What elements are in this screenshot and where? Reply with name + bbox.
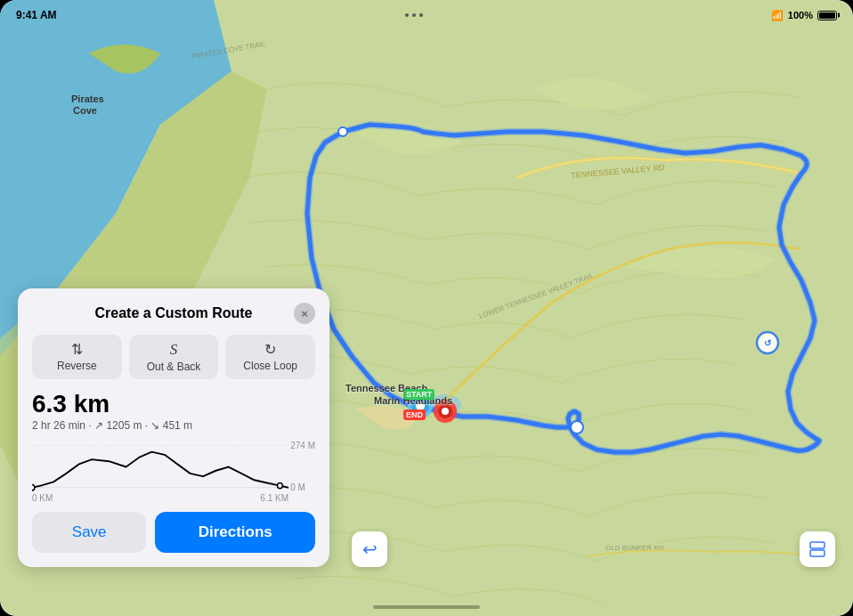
status-bar: 9:41 AM 📶 100% xyxy=(0,0,853,25)
out-back-icon: S xyxy=(170,341,178,359)
ascent: ↗ 1205 m xyxy=(94,419,142,432)
svg-point-12 xyxy=(571,421,583,434)
dot3 xyxy=(419,13,423,17)
elevation-labels: 274 M 0 M xyxy=(290,441,315,503)
dot2 xyxy=(412,13,416,17)
action-buttons: Save Directions xyxy=(32,512,315,553)
svg-rect-23 xyxy=(810,550,825,556)
distance-labels: 0 KM 6.1 KM xyxy=(32,493,288,503)
device-frame: TENNESSEE VALLEY RD LOWER TENNESSEE VALL… xyxy=(0,0,853,616)
chart-area xyxy=(32,441,288,492)
battery-percent: 100% xyxy=(788,10,813,20)
close-loop-icon: ↻ xyxy=(264,341,276,358)
duration: 2 hr 26 min xyxy=(32,419,85,432)
svg-point-11 xyxy=(442,408,449,415)
battery-fill xyxy=(819,12,835,19)
elevation-chart: 274 M 0 M 0 KM 6.1 KM xyxy=(32,441,315,503)
close-loop-option[interactable]: ↻ Close Loop xyxy=(225,335,315,379)
out-back-label: Out & Back xyxy=(147,361,201,373)
stats-section: 6.3 km 2 hr 26 min · ↗ 1205 m · ↘ 451 m xyxy=(32,392,315,432)
reverse-option[interactable]: ⇅ Reverse xyxy=(32,335,122,379)
end-label: END xyxy=(403,409,426,420)
save-button[interactable]: Save xyxy=(32,512,146,553)
reverse-icon: ⇅ xyxy=(71,341,83,358)
dist-start: 0 KM xyxy=(32,493,53,503)
directions-button[interactable]: Directions xyxy=(155,512,315,553)
svg-point-13 xyxy=(338,127,347,136)
home-indicator xyxy=(373,605,480,609)
stats-details: 2 hr 26 min · ↗ 1205 m · ↘ 451 m xyxy=(32,419,315,432)
svg-rect-22 xyxy=(810,542,825,548)
distance-value: 6.3 km xyxy=(32,392,315,417)
route-options: ⇅ Reverse S Out & Back ↻ Close Loop xyxy=(32,335,315,379)
svg-text:Pirates: Pirates xyxy=(71,93,104,104)
svg-text:↺: ↺ xyxy=(764,338,772,348)
panel-header: Create a Custom Route × xyxy=(32,303,315,324)
svg-point-20 xyxy=(32,485,35,490)
elev-min: 0 M xyxy=(290,482,315,492)
undo-button[interactable]: ↩ xyxy=(352,531,387,567)
close-button[interactable]: × xyxy=(294,303,315,324)
battery-icon xyxy=(817,11,837,20)
descent: ↘ 451 m xyxy=(150,419,192,432)
layers-icon xyxy=(808,539,827,559)
status-time: 9:41 AM xyxy=(16,9,57,21)
dist-end: 6.1 KM xyxy=(260,493,288,503)
svg-text:Cove: Cove xyxy=(73,105,97,116)
route-panel: Create a Custom Route × ⇅ Reverse S Out … xyxy=(18,288,329,567)
svg-point-21 xyxy=(278,482,283,488)
reverse-label: Reverse xyxy=(57,360,97,372)
undo-icon: ↩ xyxy=(362,539,378,560)
start-label: START xyxy=(403,389,435,400)
elev-max: 274 M xyxy=(290,441,315,450)
wifi-icon: 📶 xyxy=(771,10,784,21)
status-center xyxy=(405,13,423,17)
close-loop-label: Close Loop xyxy=(243,360,297,372)
out-back-option[interactable]: S Out & Back xyxy=(129,335,219,379)
status-right: 📶 100% xyxy=(771,10,837,21)
panel-title: Create a Custom Route xyxy=(53,305,294,321)
layers-button[interactable] xyxy=(800,531,835,567)
dot1 xyxy=(405,13,409,17)
